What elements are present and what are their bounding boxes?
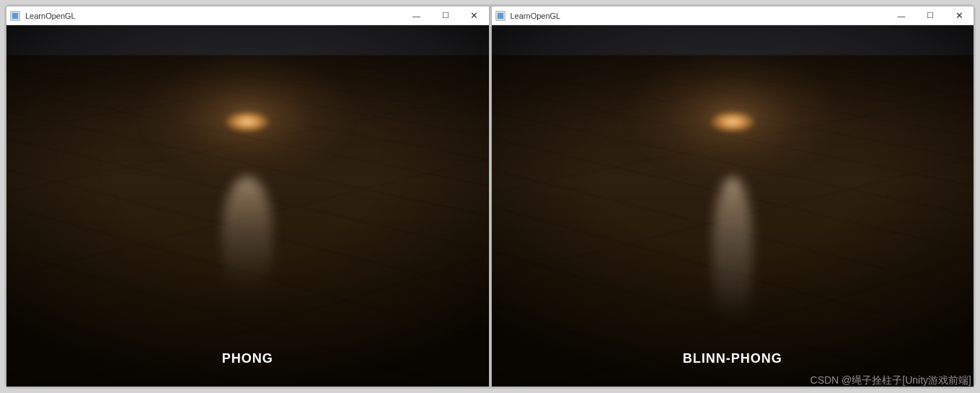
- wood-floor: [492, 55, 974, 387]
- window-title: LearnOpenGL: [511, 12, 888, 20]
- close-button[interactable]: ✕: [460, 6, 489, 25]
- minimize-button[interactable]: —: [887, 6, 916, 25]
- window-title: LearnOpenGL: [25, 12, 402, 20]
- titlebar[interactable]: LearnOpenGL — ☐ ✕: [492, 6, 974, 25]
- shading-model-label: BLINN-PHONG: [683, 351, 782, 366]
- shading-model-label: PHONG: [222, 351, 273, 366]
- close-button[interactable]: ✕: [945, 6, 974, 25]
- comparison-container: LearnOpenGL — ☐ ✕ PHONG LearnOpenGL — ☐: [4, 4, 976, 389]
- maximize-button[interactable]: ☐: [916, 6, 945, 25]
- app-icon: [9, 10, 21, 22]
- minimize-button[interactable]: —: [402, 6, 431, 25]
- render-viewport-blinn-phong[interactable]: BLINN-PHONG: [492, 25, 974, 387]
- render-viewport-phong[interactable]: PHONG: [6, 25, 489, 387]
- titlebar[interactable]: LearnOpenGL — ☐ ✕: [6, 6, 489, 25]
- svg-rect-1: [12, 12, 19, 19]
- window-controls: — ☐ ✕: [887, 6, 974, 25]
- app-icon: [495, 10, 506, 22]
- svg-rect-3: [497, 12, 503, 19]
- watermark-text: CSDN @绳子拴柱子[Unity游戏前端]: [811, 374, 971, 387]
- window-controls: — ☐ ✕: [402, 6, 489, 25]
- window-blinn-phong: LearnOpenGL — ☐ ✕ BLINN-PHONG: [491, 6, 975, 387]
- window-phong: LearnOpenGL — ☐ ✕ PHONG: [6, 6, 490, 387]
- wood-floor: [6, 55, 489, 387]
- maximize-button[interactable]: ☐: [431, 6, 460, 25]
